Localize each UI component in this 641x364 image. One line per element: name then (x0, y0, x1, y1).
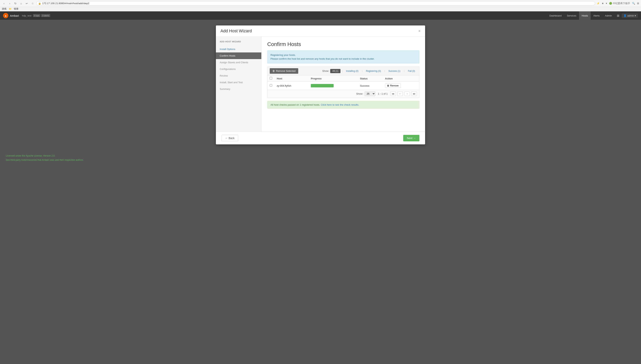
alerts-badge: 0 alerts (41, 14, 50, 17)
dropdown-icon[interactable]: ▾ (606, 2, 607, 5)
nav-alerts[interactable]: Alerts (591, 12, 602, 20)
col-status: Status (358, 76, 383, 82)
pagination-info: 1 - 1 of 1 (378, 92, 388, 95)
col-action: Action (383, 76, 419, 82)
prev-page-btn[interactable]: ← (397, 92, 403, 96)
lightning-icon: ⚡ (597, 2, 600, 5)
row-checkbox-cell (267, 82, 275, 90)
address-text: 172.17.100.21:8080/#/main/host/add/step2 (42, 2, 89, 5)
home-btn[interactable]: ⌂ (19, 1, 23, 6)
filter-fail[interactable]: Fail (0) (406, 69, 417, 73)
table-footer: Show: 25 50 100 1 - 1 of 1 ⏮ ← → ⏭ (267, 90, 419, 98)
app-footer: Licensed under the Apache License, Versi… (0, 150, 641, 166)
footer-line1: Licensed under the Apache License, Versi… (6, 154, 635, 158)
col-host: Host (275, 76, 309, 82)
per-page-select[interactable]: 25 50 100 (365, 92, 375, 96)
success-text: All host checks passed on 1 registered h… (271, 103, 320, 106)
sidebar-item-install-options[interactable]: Install Options (216, 46, 261, 52)
nav-dashboard[interactable]: Dashboard (547, 12, 564, 20)
remove-selected-button[interactable]: 🗑 Remove Selected (270, 68, 298, 74)
filter-registering[interactable]: Registering (0) (364, 69, 383, 73)
address-bar[interactable]: 🔒 172.17.100.21:8080/#/main/host/add/ste… (36, 1, 595, 6)
wizard-sidebar: ADD HOST WIZARD Install Options Confirm … (216, 37, 262, 132)
row-checkbox[interactable] (270, 84, 272, 87)
show-label: Show: (322, 70, 329, 72)
star-icon[interactable]: ★ (602, 2, 604, 5)
first-page-btn[interactable]: ⏮ (390, 92, 396, 96)
modal-title: Add Host Wizard (221, 28, 252, 34)
col-checkbox (267, 76, 275, 82)
pagination-show-label: Show: (356, 92, 363, 95)
sidebar-item-install-start-test: Install, Start and Test (216, 79, 261, 86)
ambari-logo: ▲ (3, 13, 8, 18)
modal-body: ADD HOST WIZARD Install Options Confirm … (216, 37, 425, 132)
app-navbar: ▲ Ambari hdp_test 0 ops 0 alerts Dashboa… (0, 12, 641, 20)
bookmark-btn[interactable]: ☆ (31, 1, 35, 6)
sidebar-heading: ADD HOST WIZARD (216, 40, 261, 46)
info-line2: Please confirm the host list and remove … (271, 57, 416, 61)
nav-admin[interactable]: Admin (602, 12, 614, 20)
hosts-table: Host Progress Status Action zy-004.flyfi… (267, 75, 419, 90)
wizard-main-content: Confirm Hosts Registering your hosts. Pl… (262, 37, 425, 132)
host-cell: zy-004.flyfish (275, 82, 309, 90)
last-page-btn[interactable]: ⏭ (411, 92, 417, 96)
progress-cell (309, 82, 358, 90)
remove-host-button[interactable]: 🗑 Remove (385, 84, 401, 88)
sidebar-item-summary: Summary (216, 86, 261, 92)
content-title: Confirm Hosts (267, 41, 419, 47)
progress-bar-fill (311, 84, 334, 88)
close-icon[interactable]: × (418, 29, 420, 33)
ops-badge: 0 ops (33, 14, 40, 17)
nav-hosts[interactable]: Hosts (579, 12, 591, 20)
sidebar-item-configurations: Configurations (216, 66, 261, 72)
info-box: Registering your hosts. Please confirm t… (267, 50, 419, 64)
browser-bookmarks: 游戏 📁 链接 (0, 7, 641, 11)
next-page-btn[interactable]: → (404, 92, 410, 96)
sidebar-item-assign-slaves: Assign Slaves and Clients (216, 59, 261, 66)
action-cell: 🗑 Remove (383, 82, 419, 90)
filter-all[interactable]: All (1) (330, 69, 340, 73)
user-menu[interactable]: 👤 admin ▾ (621, 14, 638, 18)
cluster-name: hdp_test (22, 14, 32, 17)
modal: Add Host Wizard × ADD HOST WIZARD Instal… (216, 26, 425, 144)
footer-line2: See third-party tools/resources that Amb… (6, 158, 635, 162)
back-btn2[interactable]: ↩ (25, 1, 29, 6)
wizard-footer: ← Back Next → (216, 132, 425, 144)
table-row: zy-004.flyfish Success 🗑 Remove (267, 82, 419, 90)
back-button[interactable]: ← Back (222, 135, 238, 141)
show-filter: Show: All (1) | Installing (0) | Registe… (322, 69, 417, 73)
modal-overlay: Add Host Wizard × ADD HOST WIZARD Instal… (0, 20, 641, 150)
check-results-link[interactable]: Click here to see the check results. (321, 103, 359, 106)
next-button[interactable]: Next → (403, 135, 419, 141)
success-box: All host checks passed on 1 registered h… (267, 101, 419, 109)
grid-icon[interactable]: ⊞ (614, 14, 621, 18)
windows-icon[interactable]: ⊞ (637, 2, 639, 5)
nav-services[interactable]: Services (564, 12, 579, 20)
bookmark-links[interactable]: 链接 (14, 7, 19, 10)
sidebar-item-review: Review (216, 72, 261, 79)
table-toolbar: 🗑 Remove Selected Show: All (1) | Instal… (267, 66, 419, 75)
filter-installing[interactable]: Installing (0) (344, 69, 360, 73)
bookmark-games[interactable]: 游戏 (2, 7, 7, 10)
select-all-checkbox[interactable] (270, 77, 272, 80)
trash-icon-row: 🗑 (387, 84, 389, 87)
browser-right-icons: ⚡ ★ ▾ 🟢 中纪委再下狼手 🔍 ⊞ (597, 2, 639, 5)
brand-name: Ambari (10, 14, 19, 17)
info-line1: Registering your hosts. (271, 53, 416, 57)
app-brand: ▲ Ambari (3, 13, 19, 18)
browser-chrome: ‹ › ↻ ⌂ ↩ ☆ 🔒 172.17.100.21:8080/#/main/… (0, 0, 641, 12)
nav-forward-btn[interactable]: › (8, 1, 12, 6)
sidebar-item-confirm-hosts[interactable]: Confirm Hosts (216, 52, 261, 59)
bookmark-folder-icon: 📁 (9, 8, 12, 10)
nav-back-btn[interactable]: ‹ (2, 1, 6, 6)
lock-icon: 🔒 (38, 2, 41, 5)
filter-success[interactable]: Success (1) (386, 69, 402, 73)
browser-toolbar: ‹ › ↻ ⌂ ↩ ☆ 🔒 172.17.100.21:8080/#/main/… (0, 0, 641, 7)
nav-links: Dashboard Services Hosts Alerts Admin (547, 12, 615, 20)
reload-btn[interactable]: ↻ (13, 1, 18, 6)
modal-header: Add Host Wizard × (216, 26, 425, 37)
progress-bar-container (311, 84, 334, 88)
col-progress: Progress (309, 76, 358, 82)
search-icon[interactable]: 🔍 (632, 2, 635, 5)
status-cell: Success (358, 82, 383, 90)
